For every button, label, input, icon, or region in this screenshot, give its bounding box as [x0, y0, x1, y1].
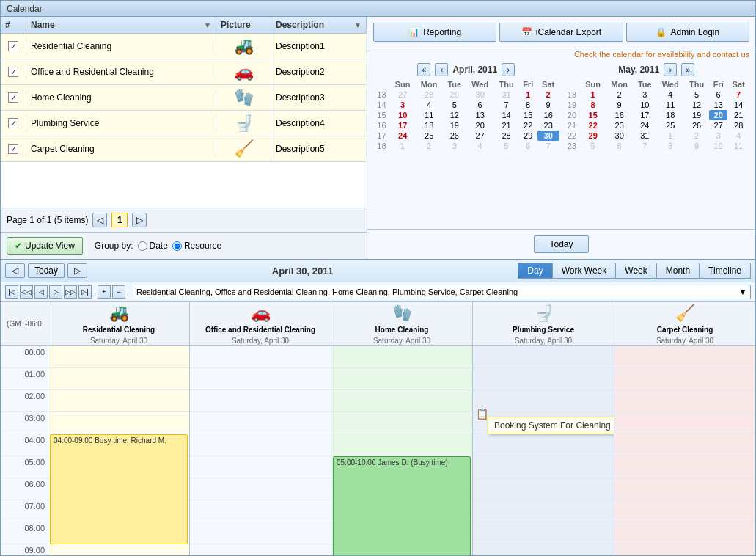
cal-day[interactable]: 3 [633, 89, 656, 100]
cal-day[interactable]: 23 [537, 120, 559, 131]
row-2-checkbox[interactable] [8, 67, 18, 77]
slot[interactable] [614, 500, 755, 522]
slot[interactable] [48, 412, 189, 434]
cal-day[interactable]: 14 [494, 110, 519, 120]
tab-work-week[interactable]: Work Week [553, 263, 617, 279]
cal-day[interactable]: 4 [416, 100, 443, 110]
cal-day[interactable]: 18 [416, 120, 443, 131]
slot[interactable] [614, 390, 755, 412]
cal-day[interactable]: 10 [633, 100, 656, 110]
cal-day[interactable]: 6 [519, 141, 537, 151]
cal-day[interactable]: 28 [416, 89, 443, 100]
cal-day[interactable]: 8 [580, 100, 606, 110]
next-page-button[interactable]: ▷ [132, 213, 147, 227]
cal-day[interactable]: 4 [727, 131, 749, 141]
scheduler-prev-button[interactable]: ◁ [5, 263, 25, 278]
may-next-next-button[interactable]: » [681, 63, 694, 76]
tab-timeline[interactable]: Timeline [700, 263, 751, 279]
cal-day[interactable]: 30 [466, 89, 494, 100]
cal-day[interactable]: 17 [633, 110, 656, 120]
nav-prev-prev-button[interactable]: ◁◁ [20, 285, 33, 299]
cal-day[interactable]: 3 [709, 131, 727, 141]
slot[interactable] [614, 456, 755, 478]
cal-day[interactable]: 7 [494, 100, 519, 110]
col-header-description[interactable]: Description ▼ [271, 17, 367, 33]
slot[interactable] [614, 544, 755, 555]
slot[interactable] [473, 500, 614, 522]
cal-day[interactable]: 8 [519, 100, 537, 110]
cal-day[interactable]: 10 [709, 141, 727, 151]
cal-day[interactable]: 31 [494, 89, 519, 100]
residential-event[interactable]: 04:00-09:00 Busy time, Richard M. [50, 434, 188, 544]
slot[interactable] [190, 500, 331, 522]
cal-day[interactable]: 1 [580, 89, 606, 100]
cal-day[interactable]: 31 [633, 131, 656, 141]
slot[interactable] [190, 456, 331, 478]
cal-day[interactable]: 9 [606, 100, 633, 110]
cal-day[interactable]: 11 [416, 110, 443, 120]
tooltip-trigger-icon[interactable]: 📋 [476, 408, 488, 420]
row-5-checkbox[interactable] [8, 144, 18, 154]
cal-day[interactable]: 12 [684, 100, 709, 110]
cal-day[interactable]: 15 [519, 110, 537, 120]
cal-day[interactable]: 16 [606, 110, 633, 120]
slot[interactable] [48, 390, 189, 412]
cal-day[interactable]: 7 [727, 89, 749, 100]
cal-day[interactable]: 29 [519, 131, 537, 141]
cal-day[interactable]: 5 [494, 141, 519, 151]
cal-day[interactable]: 7 [537, 141, 559, 151]
cal-day[interactable]: 19 [443, 120, 466, 131]
cal-day[interactable]: 19 [684, 110, 709, 120]
slot[interactable] [190, 346, 331, 368]
april-prev-prev-button[interactable]: « [417, 63, 430, 76]
slot[interactable] [331, 412, 472, 434]
cal-day[interactable]: 29 [443, 89, 466, 100]
slot[interactable] [473, 368, 614, 390]
slot[interactable] [614, 478, 755, 500]
slot[interactable] [473, 544, 614, 555]
slot[interactable] [331, 434, 472, 456]
may-next-button[interactable]: › [664, 63, 677, 76]
nav-last-button[interactable]: ▷| [78, 285, 92, 299]
update-view-button[interactable]: ✔ Update View [7, 237, 83, 255]
cal-day[interactable]: 5 [443, 100, 466, 110]
tab-month[interactable]: Month [657, 263, 700, 279]
cal-day[interactable]: 30 [606, 131, 633, 141]
cal-day[interactable]: 26 [443, 131, 466, 141]
cal-day[interactable]: 27 [709, 120, 727, 131]
row-3-checkbox[interactable] [8, 92, 18, 103]
cal-day[interactable]: 24 [390, 131, 416, 141]
cal-day[interactable]: 28 [494, 131, 519, 141]
tab-week[interactable]: Week [616, 263, 656, 279]
cal-day[interactable]: 1 [390, 141, 416, 151]
admin-login-button[interactable]: 🔒 Admin Login [626, 23, 749, 42]
cal-day-today[interactable]: 20 [709, 110, 727, 120]
slot[interactable] [473, 456, 614, 478]
icalendar-export-button[interactable]: 📅 iCalendar Export [499, 23, 623, 42]
cal-day[interactable]: 2 [606, 89, 633, 100]
slot[interactable] [331, 346, 472, 368]
slot[interactable] [190, 544, 331, 555]
cal-day[interactable]: 2 [537, 89, 559, 100]
cal-day[interactable]: 20 [466, 120, 494, 131]
cal-day[interactable]: 21 [494, 120, 519, 131]
cal-day[interactable]: 7 [633, 141, 656, 151]
cal-day[interactable]: 28 [727, 120, 749, 131]
current-page[interactable]: 1 [111, 213, 128, 227]
cal-day[interactable]: 6 [709, 89, 727, 100]
cal-day[interactable]: 22 [519, 120, 537, 131]
cal-day[interactable]: 5 [580, 141, 606, 151]
nav-prev-button[interactable]: ◁ [34, 285, 48, 299]
cal-day[interactable]: 16 [537, 110, 559, 120]
slot[interactable] [473, 478, 614, 500]
slot[interactable] [48, 368, 189, 390]
slot[interactable] [473, 522, 614, 544]
nav-remove-button[interactable]: − [112, 285, 125, 299]
cal-day[interactable]: 4 [656, 89, 684, 100]
name-filter-icon[interactable]: ▼ [204, 21, 211, 29]
slot[interactable] [331, 368, 472, 390]
slot[interactable] [331, 390, 472, 412]
scheduler-today-button[interactable]: Today [28, 263, 65, 278]
cal-day[interactable]: 1 [519, 89, 537, 100]
cal-day[interactable]: 13 [466, 110, 494, 120]
